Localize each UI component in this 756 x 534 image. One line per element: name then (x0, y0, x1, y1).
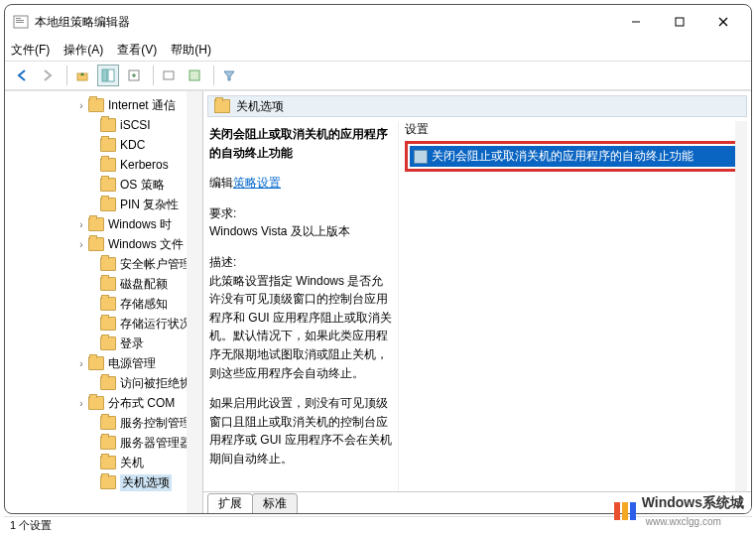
separator (213, 66, 214, 85)
tree-item[interactable]: Kerberos (5, 155, 202, 175)
content: ›Internet 通信iSCSIKDCKerberosOS 策略PIN 复杂性… (5, 90, 751, 513)
svg-rect-9 (102, 69, 107, 81)
tree-item[interactable]: 登录 (5, 334, 202, 353)
tree-item[interactable]: KDC (5, 135, 202, 155)
expand-icon[interactable]: › (76, 100, 86, 111)
folder-icon (100, 475, 116, 489)
filter-button[interactable] (218, 65, 240, 86)
export-button[interactable] (123, 65, 145, 86)
menu-view[interactable]: 查看(V) (117, 42, 157, 59)
titlebar: 本地组策略编辑器 (5, 5, 751, 39)
tree-item[interactable]: 磁盘配额 (5, 274, 202, 294)
tree-pane[interactable]: ›Internet 通信iSCSIKDCKerberosOS 策略PIN 复杂性… (5, 91, 203, 513)
folder-icon (100, 317, 116, 331)
folder-icon (100, 416, 116, 430)
svg-rect-13 (189, 70, 199, 80)
setting-row-selected[interactable]: 关闭会阻止或取消关机的应用程序的自动终止功能 (410, 146, 736, 167)
tree-scrollbar[interactable] (187, 91, 202, 513)
tab-extended[interactable]: 扩展 (207, 493, 253, 513)
detail-header: 关机选项 (207, 95, 747, 117)
tree-item-label: 服务控制管理 (120, 415, 191, 432)
desc-p2: 如果启用此设置，则没有可见顶级窗口且阻止或取消关机的控制台应用程序或 GUI 应… (209, 394, 392, 467)
svg-rect-2 (16, 20, 24, 21)
menu-file[interactable]: 文件(F) (11, 42, 50, 59)
description-block-2: 如果启用此设置，则没有可见顶级窗口且阻止或取消关机的控制台应用程序或 GUI 应… (209, 394, 392, 467)
folder-icon (88, 217, 104, 231)
expand-icon[interactable]: › (76, 398, 86, 409)
tree-item-label: iSCSI (120, 118, 151, 132)
tree-item-label: 电源管理 (108, 355, 156, 372)
folder-icon (88, 98, 104, 112)
description-column: 关闭会阻止或取消关机的应用程序的自动终止功能 编辑策略设置 要求: Window… (207, 121, 398, 491)
tree-item[interactable]: PIN 复杂性 (5, 195, 202, 214)
tree-item[interactable]: ›分布式 COM (5, 393, 202, 413)
folder-icon (100, 376, 116, 390)
svg-rect-1 (16, 18, 21, 19)
expand-icon[interactable]: › (76, 358, 86, 369)
tree-item[interactable]: 存储运行状况 (5, 314, 202, 334)
app-icon (13, 14, 29, 30)
detail-header-label: 关机选项 (236, 98, 284, 115)
req-value: Windows Vista 及以上版本 (209, 222, 392, 241)
desc-p1: 此策略设置指定 Windows 是否允许没有可见顶级窗口的控制台应用程序和 GU… (209, 272, 392, 383)
separator (153, 66, 154, 85)
svg-rect-12 (164, 71, 174, 79)
svg-rect-3 (16, 22, 24, 23)
tree-item[interactable]: 访问被拒绝协 (5, 373, 202, 393)
edit-policy-link[interactable]: 策略设置 (233, 176, 281, 190)
tree-item-label: 关机选项 (120, 474, 172, 491)
edit-row: 编辑策略设置 (209, 174, 392, 193)
svg-rect-10 (108, 69, 114, 81)
list-scrollbar[interactable]: ▲ ▼ (735, 121, 747, 491)
detail-pane: 关机选项 关闭会阻止或取消关机的应用程序的自动终止功能 编辑策略设置 要求: W… (203, 91, 751, 513)
maximize-button[interactable] (658, 8, 701, 36)
show-tree-button[interactable] (97, 65, 119, 86)
folder-icon (100, 138, 116, 152)
req-label: 要求: (209, 204, 392, 223)
folder-icon (214, 99, 230, 113)
tree-item[interactable]: 关机选项 (5, 472, 202, 492)
tree-item-label: Windows 时 (108, 216, 172, 233)
tree-item-label: Internet 通信 (108, 97, 176, 114)
up-folder-button[interactable] (71, 65, 93, 86)
watermark-url: www.wxclgg.com (646, 516, 721, 527)
tree-item[interactable]: OS 策略 (5, 175, 202, 195)
tree-item[interactable]: ›Windows 文件 (5, 234, 202, 254)
expand-icon[interactable]: › (76, 239, 86, 250)
tree-item-label: PIN 复杂性 (120, 197, 179, 213)
minimize-button[interactable] (614, 8, 658, 36)
description-block: 描述: 此策略设置指定 Windows 是否允许没有可见顶级窗口的控制台应用程序… (209, 253, 392, 382)
policy-icon (414, 150, 428, 164)
tree-item-label: KDC (120, 138, 145, 152)
svg-rect-5 (676, 18, 684, 26)
forward-button[interactable] (37, 65, 59, 86)
tree-item[interactable]: iSCSI (5, 115, 202, 135)
expand-icon[interactable]: › (76, 219, 86, 230)
column-header-setting[interactable]: 设置 (405, 121, 429, 138)
tree-item-label: 分布式 COM (108, 395, 175, 412)
tree-item[interactable]: ›Windows 时 (5, 214, 202, 234)
menubar: 文件(F) 操作(A) 查看(V) 帮助(H) (5, 39, 751, 61)
back-button[interactable] (11, 65, 33, 86)
menu-action[interactable]: 操作(A) (63, 42, 103, 59)
tree-item[interactable]: 服务器管理器 (5, 433, 202, 453)
tree-item[interactable]: ›电源管理 (5, 353, 202, 373)
tree-item[interactable]: ›Internet 通信 (5, 95, 202, 115)
tree-item-label: Kerberos (120, 158, 169, 172)
edit-prefix: 编辑 (209, 176, 233, 190)
folder-icon (100, 158, 116, 172)
highlight-box: 关闭会阻止或取消关机的应用程序的自动终止功能 (405, 141, 741, 172)
tree-item[interactable]: 安全帐户管理 (5, 254, 202, 274)
tree-item[interactable]: 关机 (5, 453, 202, 472)
folder-icon (100, 277, 116, 291)
tab-standard[interactable]: 标准 (252, 493, 298, 513)
tree-item-label: 存储运行状况 (120, 316, 191, 333)
refresh-button[interactable] (158, 65, 180, 86)
menu-help[interactable]: 帮助(H) (171, 42, 211, 59)
close-button[interactable] (701, 8, 745, 36)
folder-icon (100, 436, 116, 450)
properties-button[interactable] (184, 65, 205, 86)
setting-label: 关闭会阻止或取消关机的应用程序的自动终止功能 (432, 148, 693, 165)
tree-item[interactable]: 存储感知 (5, 294, 202, 314)
tree-item[interactable]: 服务控制管理 (5, 413, 202, 433)
